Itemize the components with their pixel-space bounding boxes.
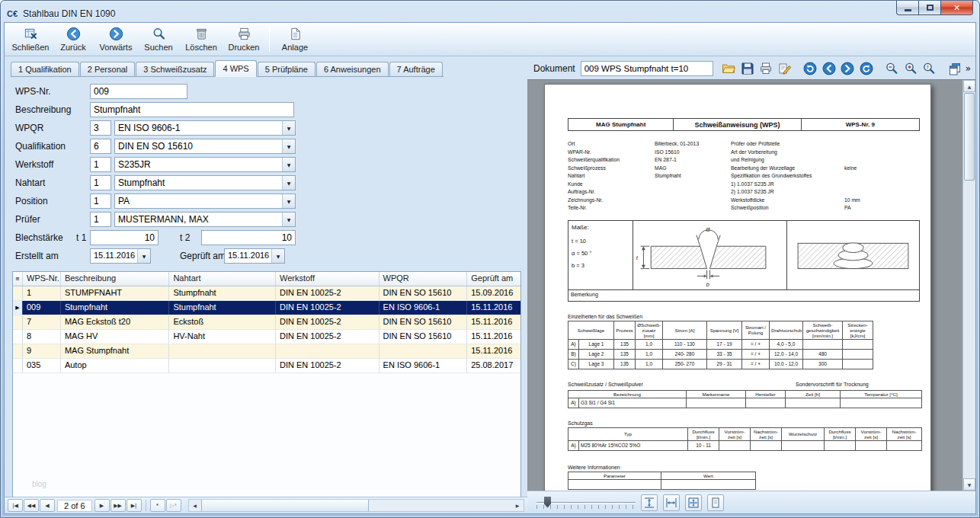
scroll-down-icon[interactable]: ▼	[963, 478, 975, 491]
chevron-down-icon[interactable]: ▼	[282, 213, 295, 226]
chevron-down-icon[interactable]: ▼	[282, 176, 295, 190]
sign-document-button[interactable]	[777, 60, 793, 77]
column-header-beschreibung[interactable]: Beschreibung	[61, 272, 170, 286]
chevron-down-icon[interactable]: ▼	[282, 121, 295, 135]
nav-post-edit-button[interactable]: ▷*	[166, 499, 181, 512]
tab-schweisszusatz[interactable]: 3 Schweißzusatz	[136, 62, 214, 76]
qualifikation-code-input[interactable]	[90, 139, 111, 154]
chevron-down-icon[interactable]: ▼	[282, 194, 295, 208]
t2-input[interactable]	[201, 230, 296, 245]
table-row[interactable]: 8 MAG HV HV-Naht DIN EN 10025-2 DIN EN S…	[13, 330, 520, 344]
wps-nr-input[interactable]	[90, 84, 187, 99]
dokument-name-input[interactable]	[581, 61, 713, 76]
werkstoff-combo[interactable]: S235JR ▼	[114, 157, 296, 172]
table-row[interactable]: 9 MAG Stumpfnaht 15.11.2016	[13, 344, 520, 359]
page-copy-button[interactable]	[946, 60, 963, 77]
back-button[interactable]: Zurück	[52, 24, 94, 54]
nav-next-page-button[interactable]: ▶▶	[110, 499, 126, 512]
print-button[interactable]: Drucken	[223, 24, 265, 54]
search-button[interactable]: Suchen	[137, 24, 180, 54]
column-header-wps-nr[interactable]: WPS-Nr.	[23, 272, 61, 286]
chevron-down-icon[interactable]: ▼	[282, 158, 295, 171]
chevron-down-icon[interactable]: ▼	[282, 139, 295, 153]
erstellt-am-datepicker[interactable]: 15.11.2016 ▼	[90, 248, 151, 264]
position-combo[interactable]: PA ▼	[114, 193, 296, 209]
save-document-button[interactable]	[739, 60, 756, 77]
vertical-scroll-thumb[interactable]	[964, 93, 975, 181]
row-selector[interactable]	[13, 315, 23, 329]
tab-pruefplaene[interactable]: 5 Prüfpläne	[258, 62, 315, 76]
page-layout-button[interactable]	[707, 494, 724, 511]
zoom-in-button[interactable]	[902, 60, 919, 77]
scroll-up-icon[interactable]: ▲	[963, 80, 975, 92]
minimize-button[interactable]	[896, 1, 918, 15]
zoom-slider[interactable]	[536, 496, 636, 510]
fit-width-button[interactable]	[663, 494, 680, 511]
calendar-dropdown-icon[interactable]: ▼	[271, 249, 284, 263]
delete-button[interactable]: Löschen	[180, 24, 223, 54]
next-page-button[interactable]	[839, 60, 856, 77]
attachment-button[interactable]: Anlage	[274, 24, 316, 54]
scroll-right-icon[interactable]: ▶	[511, 503, 524, 508]
row-selector[interactable]	[13, 344, 23, 358]
document-vertical-scrollbar[interactable]: ▲ ▼	[962, 80, 975, 491]
nahtart-code-input[interactable]	[90, 175, 111, 190]
forward-button[interactable]: Vorwärts	[94, 24, 137, 54]
beschreibung-input[interactable]	[90, 102, 294, 117]
nav-prev-button[interactable]: ◀	[40, 499, 55, 512]
column-header-wpqr[interactable]: WPQR	[380, 272, 468, 286]
last-page-button[interactable]	[858, 60, 875, 77]
document-preview-area[interactable]: MAG Stumpfnaht Schweißanweisung (WPS) WP…	[527, 79, 975, 491]
column-header-geprueft-am[interactable]: Geprüft am	[467, 272, 520, 286]
previous-page-button[interactable]	[821, 60, 837, 77]
table-row[interactable]: 7 MAG Eckstoß t20 Eckstoß DIN EN 10025-2…	[13, 315, 520, 330]
tab-anweisungen[interactable]: 6 Anweisungen	[316, 62, 389, 76]
wpqr-code-input[interactable]	[90, 120, 111, 136]
pruefer-combo[interactable]: MUSTERMANN, MAX ▼	[114, 212, 296, 227]
zoom-dynamic-button[interactable]	[921, 60, 938, 77]
tab-qualifikation[interactable]: 1 Qualifikation	[11, 62, 79, 76]
open-document-button[interactable]	[720, 60, 737, 77]
close-form-button[interactable]: Schließen	[9, 24, 52, 54]
zoom-slider-track[interactable]	[536, 502, 636, 504]
tab-personal[interactable]: 2 Personal	[80, 62, 136, 76]
column-header-werkstoff[interactable]: Werkstoff	[276, 272, 380, 286]
tab-wps[interactable]: 4 WPS	[215, 60, 256, 77]
row-selector[interactable]	[13, 330, 23, 344]
nav-next-button[interactable]: ▶	[94, 499, 110, 512]
t1-input[interactable]	[90, 230, 159, 245]
row-selector[interactable]	[13, 286, 23, 300]
vertical-scroll-track[interactable]	[963, 92, 975, 478]
maximize-button[interactable]	[918, 1, 940, 15]
print-document-button[interactable]	[757, 60, 774, 77]
close-button[interactable]: ✕	[940, 1, 973, 15]
nav-prev-page-button[interactable]: ◀◀	[24, 499, 39, 512]
wps-grid[interactable]: ≡ WPS-Nr. Beschreibung Nahtart Werkstoff…	[12, 271, 521, 500]
table-row-selected[interactable]: ▶ 009 Stumpfnaht Stumpfnaht DIN EN 10025…	[13, 301, 520, 315]
row-selector[interactable]	[13, 359, 23, 373]
tab-auftraege[interactable]: 7 Aufträge	[389, 62, 443, 76]
qualifikation-combo[interactable]: DIN EN SO 15610 ▼	[114, 139, 296, 154]
werkstoff-code-input[interactable]	[90, 157, 111, 172]
pruefer-code-input[interactable]	[90, 212, 111, 227]
scroll-left-icon[interactable]: ◀	[189, 503, 201, 508]
zoom-out-button[interactable]	[884, 60, 901, 77]
position-code-input[interactable]	[90, 193, 111, 209]
fit-page-button[interactable]	[685, 494, 702, 511]
wpqr-combo[interactable]: EN ISO 9606-1 ▼	[114, 120, 296, 136]
nav-last-button[interactable]: ▶|	[127, 499, 142, 512]
nav-new-record-button[interactable]: *	[150, 499, 165, 512]
geprueft-am-datepicker[interactable]: 15.11.2016 ▼	[224, 248, 285, 264]
fit-height-button[interactable]	[641, 494, 658, 511]
first-page-button[interactable]	[802, 60, 818, 77]
column-header-nahtart[interactable]: Nahtart	[169, 272, 276, 286]
nav-first-button[interactable]: |◀	[8, 499, 23, 512]
current-row-marker-icon[interactable]: ▶	[13, 301, 23, 315]
nahtart-combo[interactable]: Stumpfnaht ▼	[114, 175, 296, 190]
horizontal-scroll-thumb[interactable]	[201, 500, 369, 511]
table-row[interactable]: 035 Autop DIN EN 10025-2 EN ISO 9606-1 2…	[13, 359, 520, 373]
grid-horizontal-scrollbar[interactable]: ◀ ▶	[188, 499, 524, 512]
titlebar[interactable]: C€ Stahlbau DIN EN 1090	[1, 1, 979, 22]
calendar-dropdown-icon[interactable]: ▼	[137, 249, 150, 263]
table-row[interactable]: 1 STUMPFNAHT Stumpfnaht DIN EN 10025-2 D…	[13, 286, 520, 301]
